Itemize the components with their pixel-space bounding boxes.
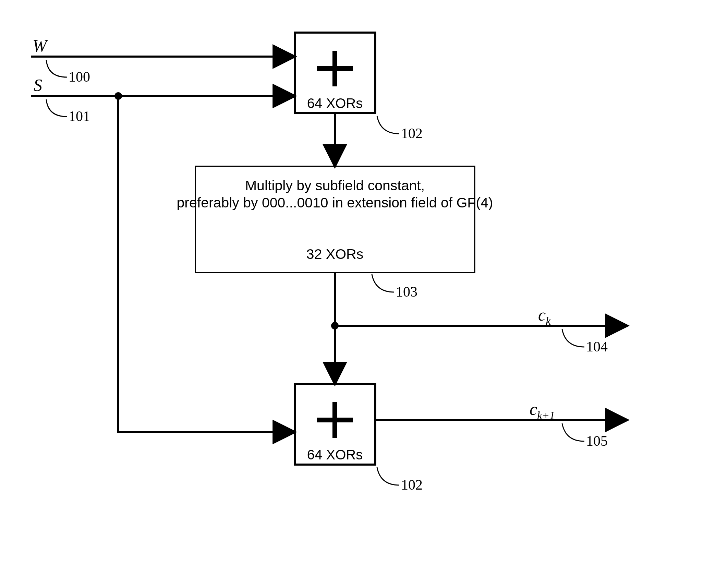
output-ck1: ck+1 <box>530 399 555 421</box>
ref-102-bottom: 102 <box>401 477 423 493</box>
ref-103: 103 <box>396 284 417 300</box>
ref-curve-102-bottom <box>377 467 399 485</box>
input-w-label: W <box>33 36 48 55</box>
ref-curve-101 <box>46 99 67 117</box>
multiply-line2: preferably by 000...0010 in extension fi… <box>177 195 493 211</box>
xor-top-label: 64 XORs <box>307 96 363 111</box>
ref-101: 101 <box>69 108 90 124</box>
ref-curve-103 <box>372 274 394 292</box>
multiply-line3: 32 XORs <box>306 246 363 262</box>
input-s-label: S <box>34 75 42 95</box>
ref-102-top: 102 <box>401 125 423 141</box>
circuit-diagram: 64 XORs 64 XORs Multiply by subfield con… <box>0 0 728 564</box>
ref-curve-100 <box>46 60 67 77</box>
ref-curve-102-top <box>377 116 399 134</box>
ref-105: 105 <box>586 433 608 449</box>
ref-curve-104 <box>562 329 584 347</box>
multiply-line1: Multiply by subfield constant, <box>245 178 425 193</box>
ref-104: 104 <box>586 339 608 355</box>
ref-curve-105 <box>562 423 584 441</box>
ref-100: 100 <box>69 69 90 85</box>
output-ck: ck <box>538 305 551 327</box>
xor-bottom-label: 64 XORs <box>307 447 363 462</box>
